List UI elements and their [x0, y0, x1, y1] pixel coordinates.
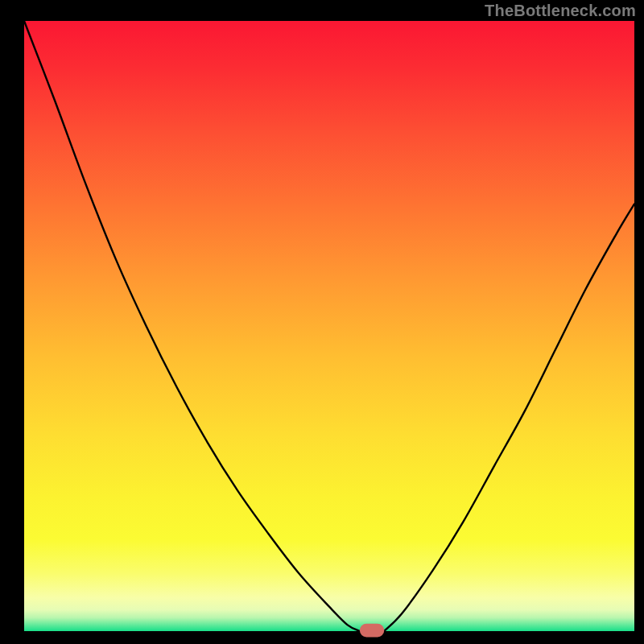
- chart-frame: TheBottleneck.com: [0, 0, 644, 644]
- bottleneck-chart: [0, 0, 644, 644]
- attribution-text: TheBottleneck.com: [485, 2, 636, 20]
- plot-background: [24, 21, 634, 631]
- optimal-marker: [360, 624, 384, 638]
